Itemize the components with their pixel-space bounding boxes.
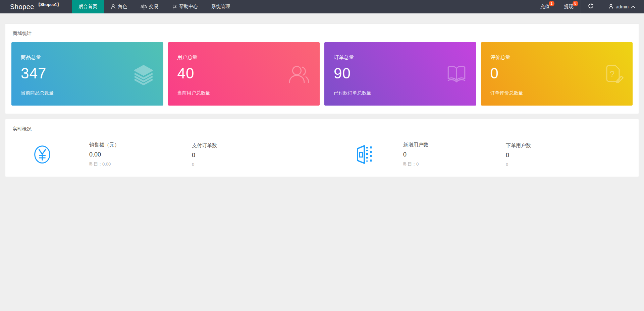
- card-label: 用户总量: [177, 54, 311, 61]
- realtime-overview-panel: 实时概况 销售额（元） 0.00 昨日：0.00 支付订单数 0 0: [5, 119, 639, 177]
- svg-text:?: ?: [610, 69, 614, 79]
- card-sublabel: 已付款订单总数量: [334, 90, 371, 96]
- stat-paid-orders: 支付订单数 0 0: [192, 142, 294, 167]
- card-label: 订单总量: [334, 54, 467, 61]
- realtime-overview-title: 实时概况: [11, 125, 639, 138]
- withdraw-button[interactable]: 提现 8: [557, 0, 581, 13]
- nav-item-dashboard[interactable]: 后台首页: [72, 0, 104, 13]
- stat-label: 下单用户数: [506, 142, 608, 149]
- nav-item-label: 交易: [149, 4, 158, 10]
- stat-label: 销售额（元）: [89, 142, 192, 148]
- stat-value: 0: [403, 151, 506, 158]
- card-sublabel: 订单评价总数量: [490, 90, 523, 96]
- stat-card-reviews[interactable]: 评价总量 0 订单评价总数量 ?: [481, 42, 633, 106]
- stat-card-users[interactable]: 用户总量 40 当前用户总数量: [168, 42, 320, 106]
- stat-yesterday: 0: [506, 162, 608, 167]
- user-menu[interactable]: admin: [601, 0, 644, 13]
- nav-item-trade[interactable]: 交易: [134, 0, 165, 13]
- card-sublabel: 当前商品总数量: [21, 90, 54, 96]
- stat-value: 0.00: [89, 151, 192, 158]
- mall-statistics-title: 商城统计: [11, 30, 633, 42]
- main-menu: 后台首页 角色 交易: [72, 0, 237, 13]
- users-icon: [287, 63, 311, 86]
- withdraw-badge: 8: [573, 1, 578, 6]
- stat-label: 支付订单数: [192, 142, 294, 149]
- book-icon: [445, 64, 468, 85]
- nav-item-label: 帮助中心: [179, 4, 198, 10]
- card-label: 评价总量: [490, 54, 624, 61]
- nav-item-help-center[interactable]: 帮助中心: [165, 0, 205, 13]
- stat-cards-row: 商品总量 347 当前商品总数量 用户总量 40 当前用户总数量: [11, 42, 633, 106]
- stat-value: 0: [506, 152, 608, 159]
- brand-name: Shopee: [10, 3, 34, 11]
- brand-subtitle: 【Shopee1】: [36, 2, 61, 8]
- nav-item-label: 后台首页: [78, 4, 97, 10]
- recharge-badge: 1: [549, 1, 554, 6]
- realtime-stats-row: 销售额（元） 0.00 昨日：0.00 支付订单数 0 0 新增用户数 0 昨日…: [11, 142, 639, 167]
- stat-value: 0: [192, 152, 294, 159]
- stat-yesterday: 0: [192, 162, 294, 167]
- nav-item-label: 角色: [118, 4, 127, 10]
- yuan-coin-icon: [34, 145, 51, 164]
- brand-logo[interactable]: Shopee 【Shopee1】: [0, 0, 61, 13]
- card-sublabel: 当前用户总数量: [177, 90, 210, 96]
- nav-item-label: 系统管理: [211, 4, 230, 10]
- username: admin: [616, 4, 629, 9]
- refresh-button[interactable]: [581, 0, 601, 13]
- nav-item-roles[interactable]: 角色: [104, 0, 134, 13]
- stat-new-users: 新增用户数 0 昨日：0: [403, 142, 506, 167]
- user-icon: [608, 4, 613, 10]
- stat-label: 新增用户数: [403, 142, 506, 148]
- flag-icon: [172, 4, 177, 10]
- person-icon: [111, 4, 116, 9]
- nav-item-system[interactable]: 系统管理: [205, 0, 237, 13]
- navbar-right: 充值 1 提现 8 admin: [533, 0, 644, 13]
- stat-yesterday: 昨日：0: [403, 161, 506, 167]
- layers-icon: [132, 63, 155, 86]
- refresh-icon: [588, 3, 594, 10]
- recharge-button[interactable]: 充值 1: [533, 0, 557, 13]
- card-label: 商品总量: [21, 54, 154, 61]
- building-icon: [355, 144, 375, 165]
- stat-card-products[interactable]: 商品总量 347 当前商品总数量: [11, 42, 163, 106]
- stat-yesterday: 昨日：0.00: [89, 161, 192, 167]
- scales-icon: [141, 4, 147, 10]
- top-navbar: Shopee 【Shopee1】 后台首页 角色 交易: [0, 0, 644, 13]
- stat-card-orders[interactable]: 订单总量 90 已付款订单总数量: [324, 42, 476, 106]
- review-question-icon: ?: [602, 63, 624, 86]
- withdraw-label: 提现: [564, 4, 574, 10]
- stat-ordering-users: 下单用户数 0 0: [506, 142, 608, 167]
- stat-sales: 销售额（元） 0.00 昨日：0.00: [89, 142, 192, 167]
- mall-statistics-panel: 商城统计 商品总量 347 当前商品总数量 用户总量 40 当前用户总数量: [5, 23, 639, 114]
- chevron-up-icon: [631, 4, 635, 9]
- recharge-label: 充值: [540, 4, 550, 10]
